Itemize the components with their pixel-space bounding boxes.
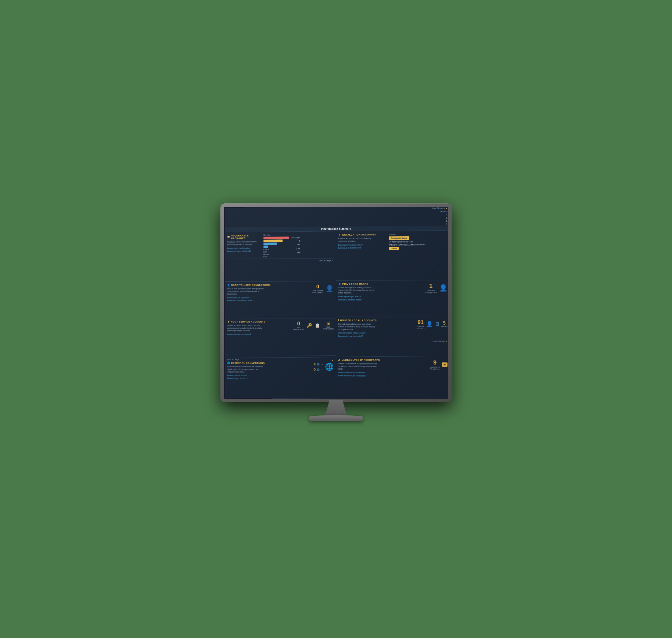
total-stat-label: totalservice accts	[323, 326, 334, 330]
count-high: 82	[291, 243, 300, 246]
severity-label: Severity	[264, 234, 270, 236]
vuln-title: 📦 VULNERABLE PACKAGES	[227, 234, 262, 240]
u2u-person-icon: 👤	[325, 285, 334, 292]
browse-unused-link[interactable]: Browse unused local accounts ›	[338, 332, 417, 334]
install-title: ⬇ INSTALLATION ACCOUNTS	[338, 233, 387, 236]
priv-chevron: ›	[360, 295, 361, 298]
browse-service-link[interactable]: Browse service accounts ⧉	[227, 333, 293, 336]
browse-unresolved-link[interactable]: Browse unresolved addresses ›	[338, 371, 430, 374]
count-low: 57	[291, 251, 300, 254]
key-icon: 🔑	[307, 323, 312, 328]
total-stat-number: 10	[323, 321, 334, 326]
ip-stat-label: unresolvedIP address	[430, 366, 440, 370]
exec-ext-icon: ⧉	[359, 247, 361, 249]
arrow-right-icon: →	[321, 363, 323, 366]
ext-dropdown-icon[interactable]: ⬧	[332, 359, 334, 362]
browse-dna-link[interactable]: Browse top DNA patterns ›	[227, 297, 312, 299]
unresolved-ip-panel: ⚠ UNRESOLVED IP ADDRESSES Internal IPs s…	[336, 356, 448, 399]
high-bar	[264, 239, 283, 242]
browse-all-vuln-link[interactable]: Browse all vulnerabilities ⧉	[227, 250, 262, 253]
bar-label-critical: Critical	[264, 248, 289, 250]
target-chevron: ›	[247, 377, 247, 380]
unused-chevron: ›	[366, 332, 367, 334]
browse-all-local-link[interactable]: Browse all local accounts ⧉	[338, 335, 417, 338]
monitor-bezel: Last 90 days ⬧ Servers 1 1 1 1 Inherent	[220, 203, 452, 402]
monitor-screen: Last 90 days ⬧ Servers 1 1 1 1 Inherent	[224, 207, 448, 399]
unresolved-chevron: ›	[366, 371, 367, 374]
chevron-icon: ›	[251, 247, 251, 249]
src-stat: 4	[314, 362, 316, 366]
vuln-desc: Packages with known vulnerabilities shou…	[227, 240, 261, 246]
bar-label-medium: Medium	[264, 253, 289, 255]
root-stat-number: 0	[293, 321, 304, 327]
service-ext-icon: ⧉	[249, 333, 251, 336]
browse-vuln-policy-link[interactable]: Browse vulnerability policy ›	[227, 247, 262, 249]
u2u-stat-label: user-to-userDNA patterns	[312, 290, 323, 293]
source-chevron: ›	[248, 374, 248, 377]
installer-label: Installer	[389, 233, 448, 236]
monitor-dst-icon: 🖥	[317, 368, 320, 371]
chevron-dna-icon: ›	[250, 297, 250, 299]
priv-title: 👤 PRIVILEGED USERS	[338, 283, 425, 285]
external-link-icon: ⧉	[249, 250, 251, 252]
ext-time-label: Last 90 days	[227, 358, 239, 361]
bar-label-high: High	[264, 251, 289, 253]
browse-source-link[interactable]: Browse source servers ›	[227, 374, 314, 377]
browse-ip-records-link[interactable]: Browse unresolved IP records ⧉	[338, 374, 430, 377]
priv-stat-number: 1	[425, 283, 437, 289]
servers-header: Servers	[440, 210, 448, 213]
u2u-stat-number: 0	[312, 284, 323, 290]
count-critical: 6	[291, 240, 300, 242]
ip-desc: Internal IPs should be mapped to known h…	[338, 362, 377, 370]
vuln-icon: 📦	[227, 236, 230, 238]
external-connections-panel: Last 90 days ⬧ 🌐 EXTERNAL CONNECTIONS	[225, 355, 336, 399]
docs-icon: 📋	[315, 323, 320, 328]
unused-person-icon: 👤	[426, 321, 433, 327]
browse-source-text: Browse source servers	[227, 374, 247, 376]
servers-stat-number: 5	[441, 321, 447, 326]
u2u-desc: User-to-user connections can be exploite…	[227, 288, 264, 295]
browse-priv-link[interactable]: Browse privileged users ›	[338, 295, 425, 298]
unused-accounts-panel: ℹ UNUSED LOCAL ACCOUNTS Obsolete account…	[336, 317, 448, 357]
unused-stat-label: unusedaccounts	[417, 325, 424, 329]
priv-person-icon: 👤	[439, 284, 448, 291]
unused-dropdown-icon[interactable]: ⬧	[446, 340, 448, 343]
unused-monitor-icon: 🖥	[435, 321, 439, 327]
dashboard-title: Inherent Risk Summary	[321, 228, 351, 231]
user-connections-panel: 👤 USER-TO-USER CONNECTIONS User-to-user …	[225, 281, 336, 318]
ip-badge: IP	[442, 363, 448, 367]
install-icon: ⬇	[338, 234, 340, 236]
vulnerable-packages-panel: 📦 VULNERABLE PACKAGES Packages with know…	[225, 231, 336, 282]
priv-stat-label: user withprivileged acct	[425, 289, 437, 293]
bar-label-low: Low	[264, 256, 289, 257]
browse-prov-policy-link[interactable]: Browse provenance policy ›	[338, 243, 387, 246]
local-ext-icon: ⧉	[361, 335, 363, 338]
unused-desc: Obsolete accounts increase your attack s…	[338, 323, 377, 331]
unused-icon: ℹ	[338, 319, 339, 322]
vuln-dropdown-icon[interactable]: ⬧	[332, 259, 334, 262]
dst-stat: 0	[314, 367, 316, 372]
browse-target-link[interactable]: Browse target servers ›	[227, 377, 314, 380]
unused-time-label: Last 90 days	[433, 340, 445, 343]
unused-stat-number: 91	[417, 319, 424, 325]
server-count-3: 1	[446, 220, 448, 222]
browse-executables-link[interactable]: Browse all executables ⧉	[338, 246, 387, 249]
browse-connection-link[interactable]: Browse all connection DNAs ⧉	[227, 299, 312, 302]
critical-bar	[264, 236, 289, 239]
ext-title: 🌐 EXTERNAL CONNECTIONS	[227, 362, 314, 365]
cchao-tag: cchao	[389, 247, 399, 250]
priv-icon: 👤	[338, 283, 341, 285]
dropdown-icon[interactable]: ⬧	[446, 207, 448, 209]
priv-desc: Excess privileges is a primary source of…	[338, 286, 377, 294]
root-desc: Service accounts which connect as 'root'…	[227, 324, 264, 332]
root-title: 🖥 ROOT SERVICE ACCOUNTS	[227, 320, 293, 323]
globe-icon: 🌐	[325, 363, 334, 371]
monitor: Last 90 days ⬧ Servers 1 1 1 1 Inherent	[215, 203, 457, 435]
ext-icon: 🌐	[227, 362, 230, 364]
browse-account-usage-link[interactable]: Browse all account usage ⧉	[338, 298, 425, 301]
server-count-1: 1	[446, 213, 448, 216]
account-ext-icon: ⧉	[362, 298, 364, 301]
enterprise-users-tag: Enterprise Users	[389, 236, 409, 240]
root-stat-label: rootservice accts	[293, 327, 304, 331]
time-label: Last 90 days	[432, 207, 444, 209]
